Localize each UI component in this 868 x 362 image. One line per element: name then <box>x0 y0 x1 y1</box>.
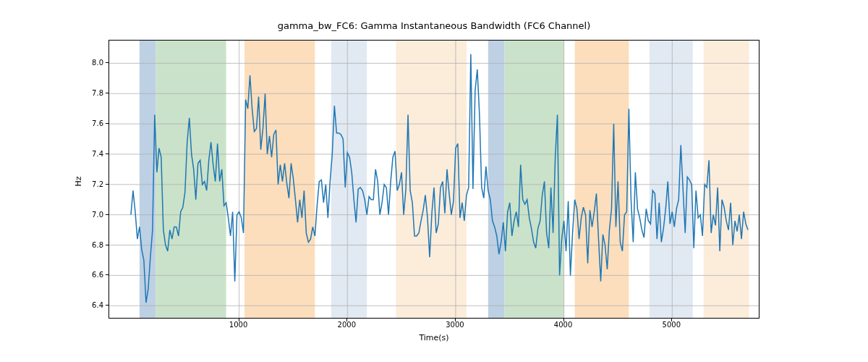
band <box>488 41 504 318</box>
x-axis-label: Time(s) <box>109 333 760 342</box>
y-tick-mark <box>106 93 109 93</box>
y-tick-label: 6.8 <box>0 240 103 248</box>
x-tick-label: 5000 <box>663 321 681 329</box>
band <box>575 41 629 318</box>
background-bands <box>140 41 749 318</box>
y-tick-label: 7.8 <box>0 89 103 97</box>
y-tick-label: 6.4 <box>0 301 103 309</box>
x-tick-mark <box>239 319 239 321</box>
y-tick-label: 7.0 <box>0 210 103 218</box>
y-tick-mark <box>106 214 109 215</box>
x-tick-label: 2000 <box>338 321 356 329</box>
y-tick-mark <box>106 274 109 275</box>
y-tick-label: 8.0 <box>0 59 103 67</box>
x-tick-label: 3000 <box>446 321 464 329</box>
band <box>244 41 315 318</box>
x-tick-mark <box>563 319 564 321</box>
y-tick-label: 7.6 <box>0 119 103 127</box>
plot-svg <box>109 41 759 318</box>
y-tick-mark <box>106 305 109 306</box>
x-tick-mark <box>671 319 672 321</box>
x-tick-mark <box>346 319 347 321</box>
y-tick-mark <box>106 123 109 124</box>
y-tick-label: 6.6 <box>0 271 103 279</box>
x-tick-mark <box>455 319 456 321</box>
y-tick-mark <box>106 62 109 63</box>
band <box>704 41 749 318</box>
plot-area <box>109 40 760 319</box>
x-tick-label: 4000 <box>554 321 572 329</box>
y-tick-label: 7.4 <box>0 149 103 157</box>
y-tick-mark <box>106 153 109 154</box>
y-tick-label: 7.2 <box>0 180 103 188</box>
x-tick-label: 1000 <box>229 321 247 329</box>
figure: gamma_bw_FC6: Gamma Instantaneous Bandwi… <box>0 0 868 362</box>
band <box>650 41 693 318</box>
chart-title: gamma_bw_FC6: Gamma Instantaneous Bandwi… <box>0 20 868 31</box>
y-tick-mark <box>106 184 109 185</box>
band <box>331 41 367 318</box>
y-tick-mark <box>106 245 109 245</box>
